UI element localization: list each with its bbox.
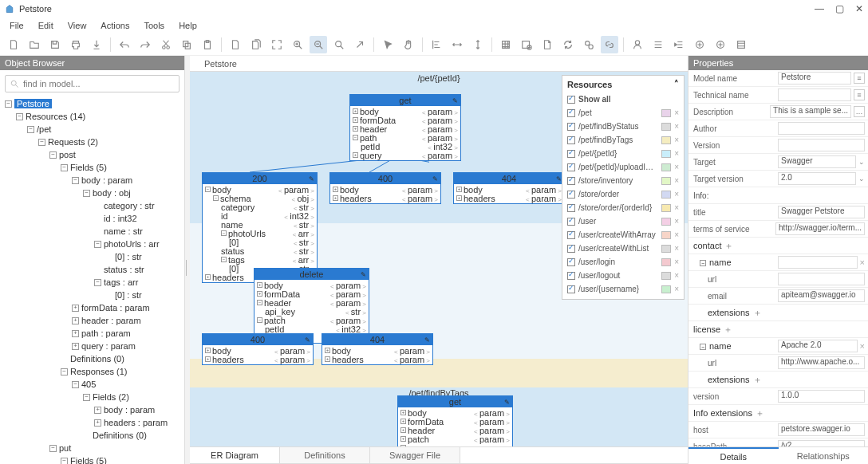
expand-icon[interactable] bbox=[268, 36, 286, 53]
color-swatch[interactable] bbox=[661, 191, 671, 199]
tree-fields2[interactable]: −Fields (2) bbox=[83, 391, 183, 403]
remove-icon[interactable]: × bbox=[674, 230, 679, 239]
remove-icon[interactable]: × bbox=[860, 258, 865, 267]
remove-icon[interactable]: × bbox=[674, 176, 679, 185]
tab-swagger-file[interactable]: Swagger File bbox=[370, 447, 460, 463]
add-ext-icon[interactable]: ＋ bbox=[753, 375, 762, 384]
resource-row[interactable]: /user/login× bbox=[567, 255, 679, 269]
tree-pet[interactable]: −/pet bbox=[27, 123, 183, 136]
tree-root[interactable]: −Petstore bbox=[5, 97, 183, 110]
color-swatch[interactable] bbox=[661, 150, 671, 158]
node-404[interactable]: 404✎ +body< param > +headers< param > bbox=[453, 172, 565, 204]
prop-host[interactable]: petstore.swagger.io bbox=[778, 423, 865, 436]
film-icon[interactable] bbox=[732, 36, 750, 53]
resource-row[interactable]: /user/createWithList× bbox=[567, 242, 679, 255]
maximize-icon[interactable]: ▢ bbox=[835, 3, 844, 14]
menu-actions[interactable]: Actions bbox=[94, 19, 136, 32]
open-folder-icon[interactable] bbox=[26, 36, 43, 53]
prop-version[interactable] bbox=[778, 139, 865, 151]
doc-icon[interactable] bbox=[227, 36, 244, 53]
prop-contact-url[interactable] bbox=[778, 273, 865, 285]
remove-icon[interactable]: × bbox=[674, 285, 679, 293]
prop-target-version[interactable]: 2.0 bbox=[778, 172, 856, 185]
checkbox-icon[interactable] bbox=[567, 272, 575, 280]
menu-view[interactable]: View bbox=[61, 19, 93, 32]
remove-icon[interactable]: × bbox=[674, 163, 679, 171]
export-icon[interactable] bbox=[88, 36, 105, 53]
checkbox-icon[interactable] bbox=[567, 150, 575, 158]
prop-license-url[interactable]: http://www.apache.o... bbox=[778, 356, 865, 369]
tree-status[interactable]: status : str bbox=[94, 263, 183, 276]
remove-icon[interactable]: × bbox=[674, 258, 679, 266]
prop-tech-name[interactable] bbox=[778, 88, 851, 101]
add-infoext-icon[interactable]: ＋ bbox=[756, 408, 764, 418]
tab-details[interactable]: Details bbox=[688, 447, 779, 464]
color-swatch[interactable] bbox=[661, 177, 671, 185]
color-swatch[interactable] bbox=[661, 109, 671, 117]
resource-row[interactable]: /store/order× bbox=[567, 187, 679, 201]
prop-model-name[interactable]: Petstore bbox=[778, 72, 851, 85]
checkbox-icon[interactable] bbox=[567, 258, 575, 266]
add-contact-icon[interactable]: ＋ bbox=[724, 241, 733, 250]
resource-row[interactable]: /pet/{petId}/uploadIm...× bbox=[567, 160, 679, 174]
color-swatch[interactable] bbox=[661, 272, 671, 280]
tree-put-fields5[interactable]: −Fields (5) bbox=[61, 454, 183, 464]
close-icon[interactable]: ✕ bbox=[855, 3, 863, 14]
checkbox-icon[interactable] bbox=[567, 285, 575, 293]
node-delete[interactable]: delete✎ +body< param > +formData< param … bbox=[254, 268, 369, 344]
menu-help[interactable]: Help bbox=[172, 19, 203, 32]
page-icon[interactable] bbox=[539, 36, 556, 53]
user-icon[interactable] bbox=[629, 36, 646, 53]
tree-query[interactable]: +query : param bbox=[72, 340, 183, 352]
tree-defs2[interactable]: Definitions (0) bbox=[83, 429, 183, 442]
menu-file[interactable]: File bbox=[3, 19, 30, 32]
tree-put[interactable]: −put bbox=[49, 442, 183, 454]
color-swatch[interactable] bbox=[661, 163, 671, 171]
tab-relationships[interactable]: Relationships bbox=[779, 447, 869, 464]
tree-post[interactable]: −post bbox=[49, 148, 183, 161]
tree-defs[interactable]: Definitions (0) bbox=[61, 352, 183, 365]
pointer-icon[interactable] bbox=[379, 36, 397, 53]
prop-contact-email[interactable]: apiteam@swagger.io bbox=[778, 289, 865, 302]
node-200[interactable]: 200✎ −body< param > −schema< obj > categ… bbox=[202, 172, 318, 283]
arrow-ne-icon[interactable] bbox=[351, 36, 369, 53]
remove-icon[interactable]: × bbox=[674, 122, 679, 131]
tree-id[interactable]: id : int32 bbox=[94, 212, 183, 225]
remove-icon[interactable]: × bbox=[674, 108, 679, 117]
prop-author[interactable] bbox=[778, 122, 865, 135]
resize-h-icon[interactable] bbox=[448, 36, 466, 53]
resource-row[interactable]: /store/inventory× bbox=[567, 174, 679, 187]
resource-row[interactable]: /user/logout× bbox=[567, 269, 679, 282]
node-get-2[interactable]: get✎ +body< param > +formData< param > +… bbox=[397, 395, 513, 446]
resources-panel[interactable]: Resources˄ Show all /pet×/pet/findByStat… bbox=[562, 75, 685, 300]
remove-icon[interactable]: × bbox=[674, 244, 679, 253]
grid-icon[interactable] bbox=[497, 36, 515, 53]
color-swatch[interactable] bbox=[661, 231, 671, 239]
tree-path[interactable]: +path : param bbox=[72, 327, 183, 340]
copy-icon[interactable] bbox=[178, 36, 195, 53]
tree-requests[interactable]: −Requests (2) bbox=[38, 136, 183, 148]
cut-icon[interactable] bbox=[157, 36, 175, 53]
resources-show-all[interactable]: Show all bbox=[567, 92, 679, 106]
resize-v-icon[interactable] bbox=[469, 36, 487, 53]
resource-row[interactable]: /pet/findByStatus× bbox=[567, 120, 679, 133]
search-input-wrapper[interactable] bbox=[5, 75, 180, 92]
node-400[interactable]: 400✎ +body< param > +headers< param > bbox=[329, 172, 441, 204]
chevron-down-icon[interactable]: ⌄ bbox=[858, 158, 865, 166]
chevron-down-icon[interactable]: ⌄ bbox=[858, 175, 865, 183]
resource-row[interactable]: /pet× bbox=[567, 106, 679, 120]
prop-target[interactable]: Swagger bbox=[778, 155, 856, 168]
menu-edit[interactable]: Edit bbox=[32, 19, 60, 32]
node-get[interactable]: get✎ +body< param > +formData< param > +… bbox=[349, 94, 461, 161]
remove-icon[interactable]: × bbox=[674, 190, 679, 199]
prop-info-version[interactable]: 1.0.0 bbox=[778, 390, 865, 403]
paste-icon[interactable] bbox=[199, 36, 216, 53]
prop-basepath[interactable]: /v2 bbox=[778, 440, 865, 446]
tree-name[interactable]: name : str bbox=[94, 225, 183, 238]
add-ext-icon[interactable]: ＋ bbox=[753, 308, 762, 317]
prop-tos[interactable]: http://swagger.io/term... bbox=[775, 222, 865, 235]
options-icon[interactable]: ≡ bbox=[854, 89, 865, 100]
checkbox-icon[interactable] bbox=[567, 123, 575, 131]
tree-fields5[interactable]: −Fields (5) bbox=[61, 161, 183, 174]
prop-title[interactable]: Swagger Petstore bbox=[778, 206, 865, 218]
